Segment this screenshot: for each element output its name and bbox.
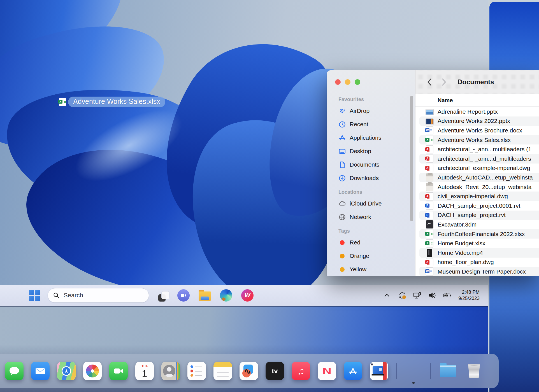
taskbar-clock[interactable]: 2:48 PM 9/25/2023 — [458, 289, 480, 302]
file-row[interactable]: architectural_-_ann...multileaders (1 — [415, 144, 539, 154]
file-type-icon — [426, 267, 433, 276]
dock-maps[interactable] — [57, 362, 76, 380]
search-input[interactable] — [64, 292, 134, 299]
taskbar-search[interactable] — [48, 288, 149, 303]
file-row[interactable]: civil_example-imperial.dwg — [419, 192, 539, 201]
file-row[interactable]: Home Budget.xlsx — [415, 239, 539, 248]
file-row[interactable]: architectural_example-imperial.dwg — [415, 164, 539, 173]
file-type-icon — [426, 155, 433, 163]
dock-mail[interactable] — [31, 362, 50, 380]
sidebar-item-downloads[interactable]: Downloads — [338, 171, 412, 185]
teams-chat-icon[interactable] — [177, 289, 190, 302]
calendar-day: 1 — [142, 368, 147, 378]
dock-parallels-desktop[interactable] — [370, 362, 388, 380]
speaker-icon[interactable] — [428, 291, 436, 300]
forward-button[interactable] — [441, 78, 447, 87]
clock-time: 2:48 PM — [458, 289, 480, 295]
file-row[interactable]: Autodesk_Revit_20...etup_webinsta — [415, 182, 539, 192]
macos-dock: Tue 1 ∿ tv ♫ — [0, 354, 499, 388]
file-row[interactable]: Home Video.mp4 — [419, 248, 539, 258]
dock-photos[interactable] — [83, 362, 102, 380]
sidebar-tag-orange[interactable]: Orange — [338, 249, 412, 263]
start-button[interactable] — [29, 290, 40, 301]
dock-downloads[interactable] — [439, 362, 457, 380]
file-row[interactable]: Autodesk_AutoCAD...etup_webinsta — [419, 173, 539, 182]
minimize-button[interactable] — [345, 79, 350, 85]
edge-icon[interactable] — [220, 289, 233, 302]
file-type-icon — [426, 192, 433, 200]
dock-freeform[interactable]: ∿ — [240, 362, 258, 380]
sidebar-item-icloud-drive[interactable]: iCloud Drive — [338, 197, 412, 210]
task-view-icon[interactable] — [156, 289, 169, 302]
facetime-camera-icon — [112, 365, 125, 377]
sidebar-scrollbar[interactable] — [410, 96, 413, 221]
sidebar-tag-yellow[interactable]: Yellow — [338, 263, 412, 276]
file-row[interactable]: Adrenaline Report.pptx — [415, 107, 539, 116]
sidebar-item-airdrop[interactable]: AirDrop — [338, 104, 412, 118]
clock-icon — [338, 121, 346, 128]
desktop-icon — [338, 148, 346, 155]
sync-onedrive-icon[interactable] — [398, 291, 406, 300]
window-title: Documents — [457, 78, 494, 86]
file-explorer-icon[interactable] — [198, 289, 211, 302]
file-row[interactable]: DACH_sample_project.rvt — [419, 211, 539, 220]
dock-messages[interactable] — [5, 362, 24, 380]
dock-news[interactable] — [318, 362, 336, 380]
file-type-icon — [426, 164, 433, 172]
file-row[interactable]: FourthCoffeeFinancials 2022.xlsx — [419, 229, 539, 239]
dock-contacts[interactable] — [161, 362, 180, 380]
dock-apple-tv[interactable]: tv — [266, 362, 284, 380]
dock-music[interactable]: ♫ — [292, 362, 310, 380]
messages-bubble-icon — [8, 365, 20, 377]
excel-file-icon — [59, 98, 66, 106]
file-row[interactable]: DACH_sample_project.0001.rvt — [415, 201, 539, 211]
dock-calendar[interactable]: Tue 1 — [135, 362, 154, 380]
dock-facetime[interactable] — [109, 362, 128, 380]
photos-flower-icon — [86, 365, 99, 377]
dock-separator — [430, 363, 431, 379]
mail-envelope-icon — [34, 365, 47, 377]
column-header-name[interactable]: Name — [415, 94, 539, 107]
sidebar-section-favourites: Favourites — [338, 97, 412, 102]
desktop-file-adventure-works-sales[interactable]: Adventure Works Sales.xlsx — [59, 97, 165, 107]
sidebar-item-documents[interactable]: Documents — [338, 158, 412, 171]
sidebar-item-desktop[interactable]: Desktop — [338, 144, 412, 158]
cloud-icon — [338, 200, 346, 207]
network-display-icon[interactable] — [413, 291, 421, 300]
dock-notes[interactable] — [213, 362, 232, 380]
hidden-icons-chevron-icon[interactable] — [383, 291, 391, 300]
file-type-icon — [426, 249, 433, 257]
file-row[interactable]: Excavator.3dm — [415, 220, 539, 229]
wps-office-icon[interactable]: W — [241, 289, 254, 302]
file-row[interactable]: Adventure Works Sales.xlsx — [419, 135, 539, 145]
apple-tv-label: tv — [272, 367, 278, 375]
sidebar-item-network[interactable]: Network — [338, 210, 412, 224]
zoom-button[interactable] — [355, 79, 360, 85]
file-row[interactable]: Museum Design Term Paper.docx — [419, 267, 539, 276]
sidebar-tag-red[interactable]: Red — [338, 236, 412, 249]
finder-sidebar: Favourites AirDrop Recent Applications D… — [327, 70, 415, 276]
file-row[interactable]: home_floor_plan.dwg — [415, 258, 539, 267]
battery-icon[interactable] — [443, 291, 452, 300]
file-row[interactable]: Adventure Works Brochure.docx — [415, 126, 539, 135]
file-row[interactable]: architectural_-_ann...d_multileaders — [419, 154, 539, 164]
dock-reminders[interactable] — [187, 362, 206, 380]
file-type-icon — [426, 220, 433, 228]
sidebar-item-applications[interactable]: Applications — [338, 131, 412, 144]
file-list: Adrenaline Report.pptx Adventure Works 2… — [415, 107, 539, 276]
close-button[interactable] — [335, 79, 341, 85]
sidebar-item-recent[interactable]: Recent — [338, 118, 412, 131]
music-note-icon: ♫ — [297, 366, 305, 377]
dock-app-store[interactable] — [344, 362, 362, 380]
download-circle-icon — [338, 174, 346, 182]
dock-windows-11[interactable] — [404, 362, 423, 380]
dock-trash[interactable] — [465, 362, 483, 380]
file-type-icon — [426, 202, 433, 210]
search-icon — [53, 292, 60, 299]
applications-icon — [338, 134, 346, 142]
file-row[interactable]: Adventure Works 2022.pptx — [419, 116, 539, 126]
file-type-icon — [426, 109, 433, 115]
clock-date: 9/25/2023 — [458, 295, 480, 302]
back-button[interactable] — [427, 78, 432, 87]
red-tag-icon — [340, 240, 345, 245]
